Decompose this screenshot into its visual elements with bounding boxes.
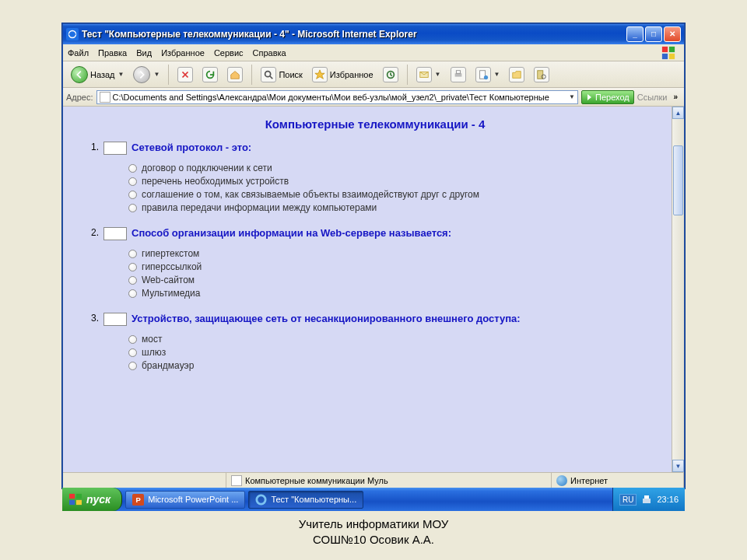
svg-point-5 [265,71,271,76]
favorites-button[interactable]: Избранное [309,65,377,84]
chevron-down-icon: ▼ [435,71,441,78]
maximize-button[interactable]: □ [645,26,662,42]
forward-button[interactable]: ▼ [130,65,163,84]
address-input[interactable]: C:\Documents and Settings\Александра\Мои… [96,90,578,104]
menu-edit[interactable]: Правка [98,48,127,58]
clock[interactable]: 23:16 [657,495,679,504]
radio-icon[interactable] [128,250,137,258]
scroll-down-button[interactable]: ▼ [672,460,684,472]
svg-rect-22 [644,495,649,499]
radio-icon[interactable] [128,335,137,344]
page-icon [231,475,242,486]
go-button[interactable]: Переход [581,90,634,104]
menubar: Файл Правка Вид Избранное Сервис Справка [63,44,684,61]
menu-help[interactable]: Справка [253,48,286,58]
system-tray: RU 23:16 [612,488,685,511]
chevron-down-icon: ▼ [153,71,160,78]
option[interactable]: Мультимедиа [128,288,664,299]
radio-icon[interactable] [128,362,137,370]
radio-icon[interactable] [128,276,137,285]
question-text: Устройство, защищающее сеть от несанкцио… [132,313,664,324]
ie-icon [255,494,267,506]
home-icon [227,67,243,82]
star-icon [312,67,328,82]
answer-box[interactable] [103,313,127,326]
menu-tools[interactable]: Сервис [214,48,244,58]
chevron-down-icon[interactable]: ▼ [569,93,575,100]
scroll-thumb[interactable] [673,145,683,215]
taskbar-item[interactable]: P Microsoft PowerPoint ... [125,491,245,509]
question: 3. Устройство, защищающее сеть от несанк… [86,313,664,371]
radio-icon[interactable] [128,348,137,357]
option[interactable]: брандмауэр [128,360,664,371]
menu-file[interactable]: Файл [68,48,89,58]
radio-icon[interactable] [128,164,137,173]
print-icon [451,67,466,82]
browser-window: Тест "Компьютерные телекоммуникации - 4"… [62,23,685,488]
answer-box[interactable] [103,142,127,155]
separator [251,65,252,85]
svg-rect-3 [662,53,668,58]
language-indicator[interactable]: RU [619,494,637,506]
option[interactable]: шлюз [128,347,664,358]
menu-view[interactable]: Вид [136,48,152,58]
radio-icon[interactable] [128,191,137,199]
radio-icon[interactable] [128,289,137,298]
radio-icon[interactable] [128,263,137,271]
start-button[interactable]: пуск [62,488,122,511]
question: 1. Сетевой протокол - это: договор о под… [86,142,664,213]
status-cell [63,473,226,488]
stop-button[interactable] [174,65,196,84]
mail-icon [416,67,432,82]
page-icon [100,92,110,103]
radio-icon[interactable] [128,204,137,212]
menu-favorites[interactable]: Избранное [161,48,205,58]
separator [407,65,408,85]
discuss-button[interactable] [506,65,528,84]
edit-button[interactable]: ▼ [472,65,503,84]
expand-icon[interactable]: » [670,93,681,101]
option[interactable]: правила передачи информации между компью… [128,202,664,213]
minimize-button[interactable]: _ [626,26,644,42]
option[interactable]: договор о подключении к сети [128,163,664,173]
svg-rect-8 [454,73,461,76]
option[interactable]: гипертекстом [128,248,664,259]
close-button[interactable]: ✕ [664,26,681,42]
vertical-scrollbar[interactable]: ▲ ▼ [672,107,684,472]
research-button[interactable] [531,65,552,84]
home-button[interactable] [224,65,246,84]
separator [168,65,169,85]
taskbar-item-active[interactable]: Тест "Компьютерны... [248,491,363,509]
option[interactable]: Web-сайтом [128,275,664,285]
option[interactable]: мост [128,334,664,345]
back-icon [71,66,88,83]
question-number: 1. [86,142,99,152]
windows-logo-icon [68,493,82,506]
option[interactable]: гиперссылкой [128,261,664,272]
option[interactable]: соглашение о том, как связываемые объект… [128,189,664,200]
search-button[interactable]: Поиск [258,65,305,84]
taskbar: пуск P Microsoft PowerPoint ... Тест "Ко… [62,488,685,511]
window-title: Тест "Компьютерные телекоммуникации - 4"… [82,29,626,40]
question: 2. Способ организации информации на Web-… [86,227,664,299]
slide-caption: Учитель информатики МОУ СОШ№10 Осовик А.… [0,516,747,547]
back-button[interactable]: Назад ▼ [68,65,127,84]
search-icon [261,67,276,82]
svg-rect-14 [69,494,75,499]
page-content: Компьютерные телекоммуникации - 4 1. Сет… [63,107,672,472]
option[interactable]: перечень необходимых устройств [128,176,664,187]
refresh-button[interactable] [199,65,221,84]
svg-rect-16 [69,500,75,505]
chevron-down-icon: ▼ [118,71,124,78]
links-label[interactable]: Ссылки [637,93,668,102]
powerpoint-icon: P [132,494,144,506]
tray-icon[interactable] [641,494,652,505]
radio-icon[interactable] [128,177,137,186]
history-button[interactable] [380,65,402,84]
answer-box[interactable] [103,227,127,240]
scroll-up-button[interactable]: ▲ [672,107,684,119]
window-buttons: _ □ ✕ [626,26,681,42]
mail-button[interactable]: ▼ [413,65,444,84]
print-button[interactable] [447,65,469,84]
page-title: Компьютерные телекоммуникации - 4 [86,117,664,131]
